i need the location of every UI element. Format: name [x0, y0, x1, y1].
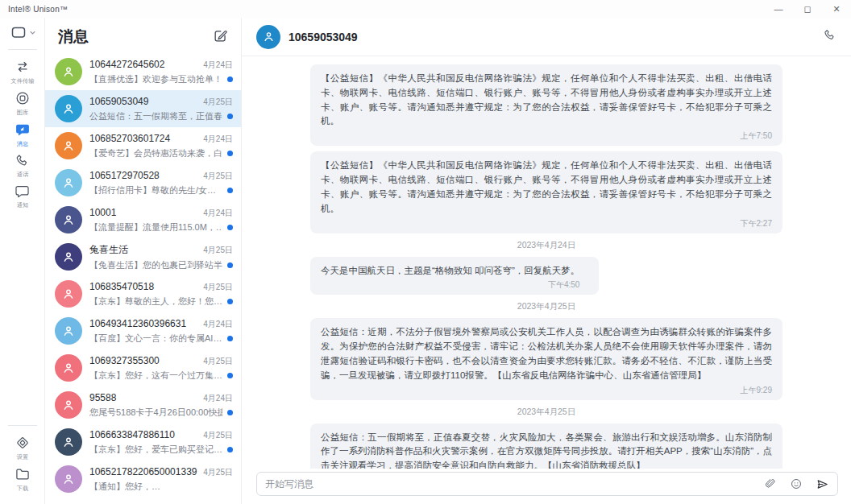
messages-title: 消息: [58, 27, 89, 48]
conversation-avatar: [55, 243, 82, 271]
rail-divider: [8, 425, 37, 426]
unread-indicator: [227, 262, 233, 268]
rail-nav-label: 图库: [16, 109, 27, 117]
chat-pane: 10659053049 【公益短信】《中华人民共和国反电信网络诈骗法》规定，任何…: [242, 18, 851, 504]
conversation-avatar: [55, 317, 82, 345]
conversation-preview: 【京东】您好，这有一个过万集…: [89, 370, 222, 382]
rail-nav-item-下载[interactable]: 下载: [15, 466, 31, 493]
person-icon: [61, 101, 76, 116]
device-selector[interactable]: [9, 23, 35, 42]
downloads-icon: [15, 466, 31, 482]
conversation-item[interactable]: 106835470518 4月25日 【京东】尊敬的主人，您好！您…: [45, 275, 241, 312]
conversation-date: 4月25日: [203, 171, 233, 182]
rail-nav-label: 消息: [16, 140, 27, 148]
conversation-date: 4月24日: [203, 134, 233, 145]
minimize-button[interactable]: —: [764, 0, 793, 18]
conversation-item[interactable]: 兔喜生活 4月25日 【兔喜生活】您的包裹已到驿站半…: [45, 238, 241, 275]
conversation-date: 4月25日: [203, 97, 233, 108]
conversation-item[interactable]: 10001 4月24日 【流量提醒】流量使用115.0M，…: [45, 201, 241, 238]
emoji-button[interactable]: [790, 477, 803, 490]
rail-nav-label: 下载: [16, 485, 27, 493]
device-icon: [9, 23, 28, 42]
maximize-button[interactable]: ◻: [793, 0, 822, 18]
window-title: Intel® Unison™: [0, 5, 68, 14]
person-icon: [61, 64, 76, 79]
compose-message-button[interactable]: [213, 28, 228, 47]
conversation-item[interactable]: 10652178220650001339 4月25日 【通知】您好，…: [45, 461, 241, 498]
close-button[interactable]: ✕: [822, 0, 851, 18]
unread-indicator: [227, 151, 233, 156]
call-button[interactable]: [823, 28, 836, 45]
conversation-item[interactable]: 1065172970528 4月25日 【招行信用卡】尊敬的先生/女…: [45, 164, 241, 201]
conversation-preview: 您尾号5188卡于4月26日00:00快捷…: [89, 407, 222, 419]
attach-file-button[interactable]: [764, 477, 777, 490]
conversation-item[interactable]: 10659053049 4月25日 公益短信：五一假期将至，正值春…: [45, 90, 241, 127]
conversation-avatar: [55, 58, 82, 85]
window-title-bar: Intel® Unison™ — ◻ ✕: [0, 0, 851, 18]
conversation-avatar: [55, 428, 82, 456]
rail-nav-label: 通话: [16, 171, 27, 179]
date-divider: 2023年4月24日: [310, 240, 783, 251]
message-text: 公益短信：近期，不法分子假冒境外警察局或公安机关工作人员，以配合调查为由诱骗群众…: [321, 325, 772, 382]
paperclip-icon: [764, 477, 777, 490]
conversation-number: 1069327355300: [89, 355, 198, 366]
conversation-item[interactable]: 106852703601724 4月24日 【爱奇艺】会员特惠活动来袭，白…: [45, 127, 241, 164]
message-list[interactable]: 【公益短信】《中华人民共和国反电信网络诈骗法》规定，任何单位和个人不得非法买卖、…: [242, 56, 851, 469]
settings-icon: [15, 435, 31, 451]
date-divider: 2023年4月25日: [310, 301, 783, 312]
conversation-item[interactable]: 1066633847886110 4月25日 【京东】您好，爱车已购买登记…: [45, 423, 241, 461]
conversation-preview: 【通知】您好，…: [89, 481, 222, 493]
conversation-preview: 【百度】文心一言：你的专属AI…: [89, 333, 222, 345]
conversation-date: 4月25日: [203, 356, 233, 367]
conversation-item[interactable]: 95588 4月24日 您尾号5188卡于4月26日00:00快捷…: [45, 386, 241, 423]
message-text: 【公益短信】《中华人民共和国反电信网络诈骗法》规定，任何单位和个人不得非法买卖、…: [321, 159, 772, 216]
conversation-avatar: [55, 391, 82, 419]
person-icon: [262, 30, 276, 43]
message-input[interactable]: 开始写消息: [256, 472, 838, 496]
conversation-date: 4月24日: [203, 319, 233, 330]
person-icon: [61, 250, 76, 264]
messages-icon: [15, 122, 31, 138]
conversation-date: 4月25日: [203, 282, 233, 293]
unread-indicator: [227, 336, 233, 341]
conversation-number: 10659053049: [89, 96, 198, 107]
unread-indicator: [227, 76, 233, 82]
send-button[interactable]: [816, 477, 829, 491]
unread-indicator: [227, 410, 233, 415]
rail-nav-item-消息[interactable]: 消息: [10, 122, 35, 148]
conversation-number: 106493412360396631: [89, 318, 198, 329]
message-timestamp: 下午4:50: [321, 279, 579, 291]
conversation-item[interactable]: 106493412360396631 4月24日 【百度】文心一言：你的专属AI…: [45, 312, 241, 349]
rail-nav-item-通知[interactable]: 通知: [10, 184, 35, 209]
unread-indicator: [227, 373, 233, 378]
conversation-number: 1065172970528: [89, 170, 198, 181]
conversation-avatar: [55, 465, 82, 493]
conversation-number: 10652178220650001339: [89, 466, 198, 477]
composer-bar: 开始写消息: [242, 469, 851, 504]
person-icon: [61, 176, 76, 190]
rail-nav-item-通话[interactable]: 通话: [10, 153, 35, 179]
unread-indicator: [227, 447, 233, 452]
rail-nav-item-文件传输[interactable]: 文件传输: [10, 59, 35, 85]
message-text: 今天是中国航天日，主题是“格物致知 叩问苍穹”，回复航天梦。: [321, 264, 579, 279]
conversation-list: 10644272645602 4月24日 【直播优选】欢迎参与互动抢单！… 10…: [45, 53, 241, 504]
person-icon: [61, 287, 76, 301]
conversation-date: 4月24日: [203, 60, 233, 71]
conversation-avatar: [55, 206, 82, 233]
rail-nav-item-图库[interactable]: 图库: [10, 90, 35, 117]
conversation-preview: 【兔喜生活】您的包裹已到驿站半…: [89, 259, 222, 271]
rail-nav-item-设置[interactable]: 设置: [15, 435, 31, 461]
unread-indicator: [227, 225, 233, 230]
rail-nav-label: 设置: [16, 453, 27, 461]
conversation-item[interactable]: 10644272645602 4月24日 【直播优选】欢迎参与互动抢单！…: [45, 53, 241, 90]
conversation-preview: 【京东】您好，爱车已购买登记…: [89, 444, 222, 456]
smiley-icon: [790, 477, 803, 490]
conversation-panel-header: 消息: [45, 18, 241, 53]
conversation-item[interactable]: 1069327355300 4月25日 【京东】您好，这有一个过万集…: [45, 349, 241, 386]
conversation-preview: 【爱奇艺】会员特惠活动来袭，白…: [89, 147, 222, 159]
conversation-date: 4月25日: [203, 245, 233, 256]
person-icon: [61, 361, 76, 375]
person-icon: [61, 435, 76, 449]
unread-indicator: [227, 114, 233, 119]
chevron-down-icon: [30, 30, 35, 35]
